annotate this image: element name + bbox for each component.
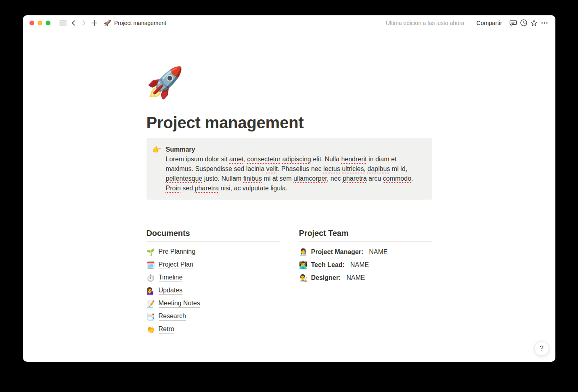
hamburger-icon [59,20,67,26]
app-window: 🚀 Project management Última edición a la… [23,15,555,362]
team-member-icon: 👩‍💼 [299,249,308,256]
misspelled-word: amet [229,156,244,163]
star-icon [530,19,538,27]
ellipsis-icon [540,19,549,27]
team-member-row[interactable]: 👨‍🎨Designer:NAME [299,271,432,284]
nav-forward-button[interactable] [79,18,89,28]
page-emoji-large[interactable]: 🚀 [147,68,178,98]
document-page-link[interactable]: 🌱Pre Planning [147,246,280,259]
document-page-icon: 🗓️ [147,262,155,269]
misspelled-word: consectetur [247,156,281,163]
clock-icon [520,19,528,27]
team-member-name: NAME [350,261,369,269]
document-page-label: Project Plan [159,261,193,269]
misspelled-word: pharetra [343,175,367,182]
team-member-row[interactable]: 👨‍💻Tech Lead:NAME [299,259,432,271]
breadcrumb[interactable]: 🚀 Project management [104,20,166,26]
page-title[interactable]: Project management [147,113,432,132]
titlebar-page-title: Project management [114,20,166,26]
chevron-left-icon [71,20,76,26]
more-options-button[interactable] [539,18,550,28]
page-scroll-area[interactable]: 🚀 Project management 👉 Summary Lorem ips… [23,30,555,362]
comments-button[interactable] [508,18,518,28]
team-member-icon: 👨‍💻 [299,262,308,269]
misspelled-word: Proin [166,185,181,192]
team-member-row[interactable]: 👩‍💼Project Manager:NAME [299,246,432,259]
document-page-icon: 👏 [147,326,155,333]
titlebar: 🚀 Project management Última edición a la… [23,15,555,30]
two-column-layout: Documents 🌱Pre Planning🗓️Project Plan⏱️T… [147,228,432,336]
share-button[interactable]: Compartir [473,18,505,28]
document-page-link[interactable]: 📑Research [147,310,280,323]
favorite-button[interactable] [529,18,539,28]
document-page-link[interactable]: 👏Retro [147,323,280,336]
document-page-link[interactable]: ⏱️Timeline [147,271,280,284]
misspelled-word: ullamcorper [293,175,327,182]
document-page-label: Updates [159,287,183,295]
misspelled-word: ultricies [342,165,364,172]
team-member-name: NAME [346,274,365,281]
team-role-label: Project Manager: [311,248,364,256]
misspelled-word: velit [266,165,278,172]
team-column: Project Team 👩‍💼Project Manager:NAME👨‍💻T… [299,228,432,336]
misspelled-word: pharetra [195,185,219,192]
summary-callout: 👉 Summary Lorem ipsum dolor sit amet, co… [147,138,432,200]
nav-back-button[interactable] [68,18,79,28]
documents-column: Documents 🌱Pre Planning🗓️Project Plan⏱️T… [147,228,280,336]
team-heading: Project Team [299,228,432,238]
misspelled-word: commodo [383,175,411,182]
misspelled-word: lectus [323,165,340,172]
new-page-button[interactable] [89,18,100,28]
callout-content[interactable]: Summary Lorem ipsum dolor sit amet, cons… [166,145,426,193]
documents-divider [147,241,280,242]
document-page-link[interactable]: 📝Meeting Notes [147,297,280,310]
document-page-label: Pre Planning [159,248,196,256]
misspelled-word: hendrerit [341,156,366,163]
misspelled-word: pellentesque [166,175,203,182]
sidebar-toggle-button[interactable] [58,18,68,28]
window-controls [29,21,50,25]
callout-body: Lorem ipsum dolor sit amet, consectetur … [166,154,426,193]
help-button[interactable]: ? [534,341,549,356]
page-emoji-small: 🚀 [104,20,111,26]
document-page-link[interactable]: 💁‍♀️Updates [147,284,280,297]
document-page-label: Research [159,313,186,321]
team-role-label: Designer: [311,274,341,281]
titlebar-actions [508,18,550,28]
page-body: 🚀 Project management 👉 Summary Lorem ips… [147,68,432,362]
plus-icon [91,20,98,26]
documents-heading: Documents [147,228,280,238]
document-page-label: Meeting Notes [159,300,200,308]
team-role-label: Tech Lead: [311,261,345,269]
callout-heading: Summary [166,145,426,154]
close-window-button[interactable] [29,21,34,25]
misspelled-word: dapibus [367,165,390,172]
document-page-icon: ⏱️ [147,275,155,281]
document-page-label: Timeline [159,274,183,282]
team-divider [299,241,432,242]
maximize-window-button[interactable] [46,21,50,25]
last-edited-status: Última edición a las justo ahora [386,20,465,26]
misspelled-word: finibus [243,175,262,182]
pointing-hand-icon[interactable]: 👉 [152,145,162,193]
misspelled-word: adipiscing [283,156,311,163]
history-button[interactable] [518,18,529,28]
comment-icon [509,19,517,27]
team-member-icon: 👨‍🎨 [299,275,308,281]
document-page-icon: 💁‍♀️ [147,288,155,294]
document-page-link[interactable]: 🗓️Project Plan [147,259,280,271]
chevron-right-icon [82,20,86,26]
team-list: 👩‍💼Project Manager:NAME👨‍💻Tech Lead:NAME… [299,246,432,284]
team-member-name: NAME [369,248,387,256]
minimize-window-button[interactable] [38,21,42,25]
document-page-icon: 📑 [147,313,155,320]
document-page-icon: 📝 [147,300,155,307]
documents-list: 🌱Pre Planning🗓️Project Plan⏱️Timeline💁‍♀… [147,246,280,336]
document-page-label: Retro [159,325,174,334]
document-page-icon: 🌱 [147,249,155,256]
